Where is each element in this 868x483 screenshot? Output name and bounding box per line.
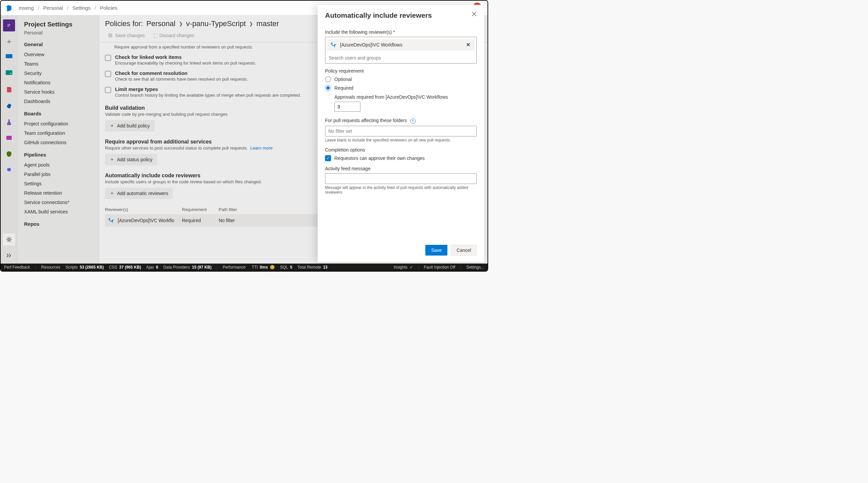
activity-feed-input[interactable] — [325, 173, 477, 184]
panel-title: Automatically include reviewers — [325, 11, 432, 20]
folders-helper: Leave blank to include the specified rev… — [325, 138, 477, 143]
perf-feedback[interactable]: Perf Feedback — [4, 265, 30, 270]
include-reviewers-label: Include the following reviewer(s) * — [325, 29, 477, 35]
close-icon — [471, 11, 477, 17]
activity-feed-label: Activity feed message — [325, 166, 477, 171]
performance-group[interactable]: Performance TTI 0ms 😐 SQL 5 Total Remote… — [223, 265, 328, 270]
breadcrumb-section[interactable]: Settings — [72, 5, 91, 11]
reviewer-chip: [AzureDevOps]\VC Workflows ✕ — [327, 39, 474, 51]
fault-injection-status[interactable]: Fault Injection Off — [424, 265, 456, 270]
chip-remove-button[interactable]: ✕ — [465, 42, 472, 48]
azure-devops-logo — [5, 4, 13, 12]
info-icon[interactable]: i — [410, 118, 415, 124]
radio-optional[interactable] — [325, 76, 331, 82]
resources-group[interactable]: Resources Scripts 53 (2865 KB) CSS 37 (9… — [41, 265, 212, 270]
radio-required-label: Required — [334, 85, 353, 91]
checkbox-requestors-own[interactable]: ✓ — [325, 155, 331, 161]
folders-filter-input[interactable] — [325, 126, 477, 137]
chip-text: [AzureDevOps]\VC Workflows — [337, 42, 465, 48]
folders-label: For pull requests affecting these folder… — [325, 118, 477, 124]
completion-options-label: Completion options — [325, 147, 477, 153]
reviewer-search-input[interactable] — [326, 53, 476, 63]
breadcrumb: mseng / Personal / Settings / Policies — [19, 5, 117, 11]
approvals-count-input[interactable] — [334, 102, 361, 112]
save-button[interactable]: Save — [425, 245, 447, 255]
settings-status[interactable]: Settings... — [466, 265, 484, 270]
close-panel-button[interactable] — [471, 11, 477, 17]
reviewer-picker: [AzureDevOps]\VC Workflows ✕ — [325, 37, 477, 64]
approvals-required-label: Approvals required from [AzureDevOps]\VC… — [334, 94, 477, 100]
insights-status[interactable]: Insights✔ — [394, 265, 412, 270]
breadcrumb-org[interactable]: mseng — [19, 5, 34, 11]
policy-requirement-label: Policy requirement — [325, 68, 477, 73]
radio-required[interactable] — [325, 85, 331, 91]
group-icon — [330, 41, 337, 49]
breadcrumb-project[interactable]: Personal — [43, 5, 63, 11]
status-bar: Perf Feedback Resources Scripts 53 (2865… — [1, 264, 488, 271]
radio-optional-label: Optional — [334, 77, 352, 82]
include-reviewers-panel: Automatically include reviewers Include … — [318, 5, 484, 262]
activity-feed-helper: Message will appear in the activity feed… — [325, 185, 477, 195]
cancel-button[interactable]: Cancel — [451, 245, 477, 255]
requestors-own-label: Requestors can approve their own changes — [334, 155, 425, 161]
breadcrumb-page[interactable]: Policies — [100, 5, 117, 11]
